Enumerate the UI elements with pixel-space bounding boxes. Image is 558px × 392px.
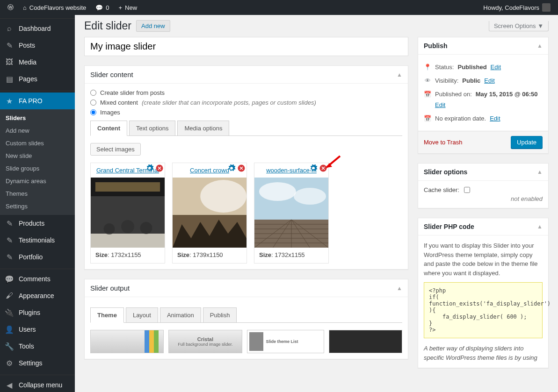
image-card[interactable]: wooden-surface-m Size: 1732x1155	[254, 163, 329, 264]
gear-icon[interactable]	[145, 164, 154, 174]
slider-options-box: Slider options ▲ Cache slider: not enabl…	[418, 163, 549, 208]
tab-layout[interactable]: Layout	[126, 307, 158, 323]
menu-icon: 👤	[5, 325, 14, 334]
menu-item-plugins[interactable]: 🔌Plugins	[0, 304, 75, 321]
menu-label: Settings	[19, 359, 43, 367]
gear-icon[interactable]	[227, 164, 236, 174]
cache-checkbox[interactable]	[464, 187, 470, 193]
delete-icon[interactable]	[319, 164, 327, 174]
edit-date-link[interactable]: Edit	[435, 101, 445, 108]
tab-theme[interactable]: Theme	[90, 307, 124, 323]
menu-icon: ✎	[5, 252, 14, 262]
menu-label: Plugins	[19, 309, 40, 316]
menu-item-dashboard[interactable]: ⌕Dashboard	[0, 20, 75, 37]
menu-icon: ✎	[5, 235, 14, 245]
image-card[interactable]: Grand Central Terminal Size: 1732x1155	[90, 163, 165, 264]
menu-item-products[interactable]: ✎Products	[0, 215, 75, 232]
submenu-item-custom-slides[interactable]: Custom slides	[0, 137, 75, 150]
toggle-icon[interactable]: ▲	[397, 285, 402, 292]
page-title: Edit slider	[84, 20, 131, 32]
menu-item-posts[interactable]: ✎Posts	[0, 37, 75, 54]
delete-icon[interactable]	[237, 164, 246, 174]
menu-item-portfolio[interactable]: ✎Portfolio	[0, 249, 75, 265]
page-header: Edit slider Add new	[84, 20, 170, 32]
menu-label: Media	[19, 58, 36, 66]
menu-item-pages[interactable]: ▤Pages	[0, 71, 75, 87]
submenu-item-add-new[interactable]: Add new	[0, 124, 75, 137]
image-thumb	[254, 178, 328, 248]
menu-icon: 🔧	[5, 342, 14, 351]
svg-point-6	[121, 220, 134, 233]
menu-item-comments[interactable]: 💬Comments	[0, 271, 75, 287]
toggle-icon[interactable]: ▲	[397, 71, 402, 78]
add-new-button[interactable]: Add new	[136, 20, 170, 32]
radio-images[interactable]: Images	[90, 109, 402, 116]
select-images-button[interactable]: Select images	[90, 143, 141, 156]
radio-posts[interactable]: Create slider from posts	[90, 89, 402, 96]
radio-mixed[interactable]: Mixed content (create slider that can in…	[90, 99, 402, 106]
toggle-icon[interactable]: ▲	[537, 43, 543, 49]
submenu-item-themes[interactable]: Themes	[0, 187, 75, 200]
svg-point-11	[200, 180, 246, 213]
slider-title-input[interactable]	[84, 37, 408, 56]
edit-expiration-link[interactable]: Edit	[490, 115, 500, 122]
tab-animation[interactable]: Animation	[160, 307, 201, 323]
theme-preview[interactable]: CristalFull background image slider.	[168, 330, 242, 353]
submenu-item-dynamic-areas[interactable]: Dynamic areas	[0, 175, 75, 187]
menu-item-media[interactable]: 🖾Media	[0, 54, 75, 71]
gear-icon[interactable]	[309, 164, 318, 174]
trash-link[interactable]: Move to Trash	[424, 139, 462, 146]
theme-preview[interactable]: Slide theme List	[247, 330, 324, 353]
tab-text-options[interactable]: Text options	[129, 121, 175, 136]
separator	[0, 89, 75, 91]
menu-item-appearance[interactable]: 🖌Appearance	[0, 287, 75, 304]
php-intro: If you want to display this Slider into …	[424, 241, 543, 278]
svg-point-7	[140, 222, 152, 234]
menu-icon: ✎	[5, 219, 14, 228]
menu-label: Portfolio	[19, 253, 43, 261]
tab-publish[interactable]: Publish	[203, 307, 237, 323]
slider-content-box: Slider content ▲ Create slider from post…	[84, 65, 408, 270]
site-link[interactable]: ⌂CodeFlavors website	[19, 0, 90, 15]
tab-media-options[interactable]: Media options	[177, 121, 229, 136]
image-card[interactable]: Concert crowd Size: 1739x1150	[172, 163, 247, 264]
menu-item-tools[interactable]: 🔧Tools	[0, 338, 75, 355]
menu-item-users[interactable]: 👤Users	[0, 321, 75, 338]
new-link[interactable]: +New	[115, 0, 141, 15]
submenu-item-settings[interactable]: Settings	[0, 200, 75, 213]
menu-icon: ⌕	[5, 24, 14, 33]
menu-item-settings[interactable]: ⚙Settings	[0, 355, 75, 371]
delete-icon[interactable]	[155, 164, 164, 174]
edit-visibility-link[interactable]: Edit	[484, 77, 494, 84]
new-label: New	[125, 4, 137, 11]
svg-point-15	[294, 188, 326, 205]
calendar-icon: 📅	[424, 115, 431, 122]
wp-logo[interactable]: ⓦ	[4, 0, 17, 15]
submenu-item-slide-groups[interactable]: Slide groups	[0, 162, 75, 175]
menu-label: Users	[19, 326, 36, 333]
toggle-icon[interactable]: ▲	[537, 223, 543, 230]
toggle-icon[interactable]: ▲	[537, 169, 543, 175]
collapse-menu[interactable]: ◀Collapse menu	[0, 377, 75, 392]
howdy-link[interactable]: Howdy, CodeFlavors	[479, 0, 554, 15]
menu-label: Comments	[19, 275, 51, 283]
menu-item-fa-pro[interactable]: ★FA PRO	[0, 93, 75, 109]
menu-item-testimonials[interactable]: ✎Testimonials	[0, 232, 75, 249]
screen-options-toggle[interactable]: Screen Options ▼	[489, 21, 549, 31]
eye-icon: 👁	[424, 77, 431, 84]
update-button[interactable]: Update	[511, 136, 543, 149]
tab-content[interactable]: Content	[90, 121, 127, 136]
svg-point-14	[259, 182, 296, 201]
theme-preview[interactable]	[90, 330, 164, 353]
menu-label: Appearance	[19, 292, 54, 299]
theme-preview[interactable]	[329, 330, 402, 353]
submenu-item-sliders[interactable]: Sliders	[0, 112, 75, 124]
comment-icon: 💬	[95, 4, 103, 11]
edit-status-link[interactable]: Edit	[491, 64, 501, 71]
submenu-item-new-slide[interactable]: New slide	[0, 150, 75, 162]
image-title-link[interactable]: Concert crowd	[190, 167, 229, 174]
svg-rect-3	[95, 182, 160, 192]
comments-link[interactable]: 💬0	[92, 0, 113, 15]
menu-icon: 🖾	[5, 57, 14, 67]
content-tabs: Content Text options Media options	[90, 121, 402, 136]
